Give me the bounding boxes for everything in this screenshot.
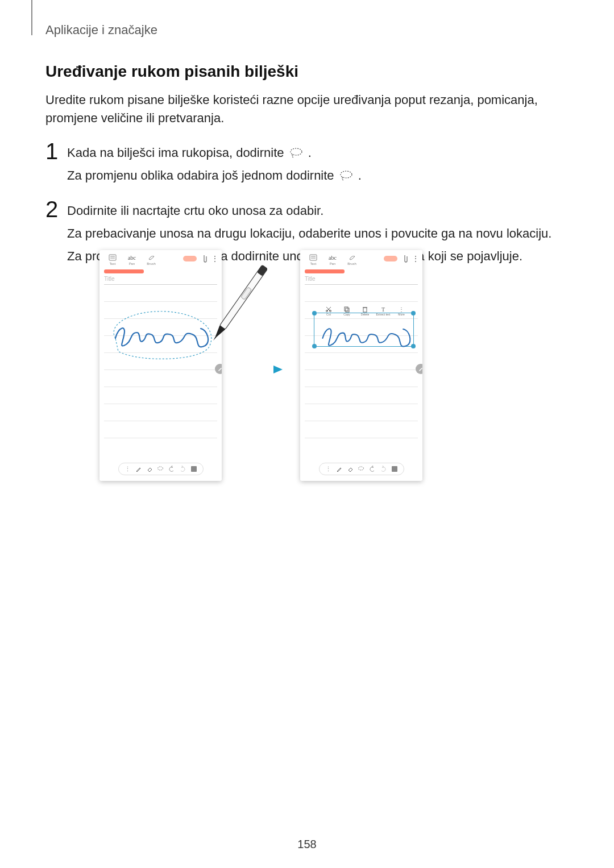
svg-rect-7 bbox=[310, 255, 317, 260]
edit-fab bbox=[416, 364, 422, 374]
step-2-line-1: Dodirnite ili nacrtajte crtu oko unosa z… bbox=[67, 201, 571, 221]
pen-tool-icon bbox=[135, 465, 143, 473]
resize-handle bbox=[312, 344, 317, 348]
step-number-2: 2 bbox=[45, 198, 64, 221]
screenshot-after: Text abc Pen Brush ⋮ Title bbox=[300, 250, 422, 481]
toolbar-handle-icon: ⋮ bbox=[123, 465, 131, 473]
svg-point-0 bbox=[291, 148, 302, 155]
svg-point-1 bbox=[341, 171, 352, 178]
page-nav-icon bbox=[391, 465, 399, 473]
resize-handle bbox=[411, 311, 416, 315]
tab-pen: abc Pen bbox=[122, 254, 142, 265]
bottom-toolbar: ⋮ bbox=[319, 463, 404, 475]
tab-brush: Brush bbox=[142, 254, 161, 265]
page-number: 158 bbox=[297, 838, 316, 851]
lasso-select-icon bbox=[339, 169, 354, 181]
step-2-line-2: Za prebacivanje unosa na drugu lokaciju,… bbox=[67, 224, 571, 243]
handwriting-sample bbox=[110, 318, 212, 352]
redo-icon bbox=[379, 465, 387, 473]
category-bar bbox=[305, 269, 345, 273]
more-icon: ⋮ bbox=[211, 257, 218, 260]
eraser-icon bbox=[146, 465, 154, 473]
step-1-line-1a: Kada na bilješci ima rukopisa, dodirnite bbox=[67, 146, 288, 160]
svg-point-5 bbox=[158, 467, 163, 470]
section-title: Uređivanje rukom pisanih bilješki bbox=[45, 63, 571, 81]
crop-mark bbox=[31, 0, 32, 35]
svg-rect-18 bbox=[257, 265, 267, 276]
step-1-line-2b: . bbox=[358, 168, 362, 182]
resize-handle bbox=[312, 311, 317, 315]
lasso-select-icon bbox=[289, 147, 304, 158]
svg-rect-12 bbox=[345, 307, 348, 311]
tab-text: Text bbox=[304, 254, 323, 265]
step-1-line-1b: . bbox=[308, 146, 312, 160]
lasso-tool-icon bbox=[156, 465, 164, 473]
bottom-toolbar: ⋮ bbox=[118, 463, 204, 475]
redo-icon bbox=[179, 465, 186, 473]
tab-text: Text bbox=[103, 254, 122, 265]
edit-fab bbox=[215, 364, 222, 374]
svg-rect-19 bbox=[241, 287, 252, 300]
illustration: Text abc Pen Brush ⋮ Title bbox=[99, 250, 520, 489]
intro-paragraph: Uredite rukom pisane bilješke koristeći … bbox=[45, 91, 571, 127]
step-1-line-2a: Za promjenu oblika odabira još jednom do… bbox=[67, 168, 338, 182]
title-placeholder: Title bbox=[104, 276, 217, 282]
toolbar-handle-icon: ⋮ bbox=[324, 465, 332, 473]
step-number-1: 1 bbox=[45, 140, 64, 163]
page-nav-icon bbox=[190, 465, 198, 473]
svg-rect-2 bbox=[109, 255, 116, 260]
pen-tool-icon bbox=[335, 465, 343, 473]
screenshot-before: Text abc Pen Brush ⋮ Title bbox=[99, 250, 222, 481]
step-1: 1 Kada na bilješci ima rukopisa, dodirni… bbox=[45, 143, 571, 189]
breadcrumb: Aplikacije i značajke bbox=[45, 23, 157, 38]
arrow-right-icon bbox=[244, 364, 284, 375]
more-icon: ⋮ bbox=[412, 257, 419, 260]
handwriting-sample bbox=[317, 319, 414, 352]
tab-brush: Brush bbox=[342, 254, 362, 265]
title-placeholder: Title bbox=[305, 276, 418, 282]
svg-rect-17 bbox=[219, 265, 267, 329]
svg-rect-14 bbox=[363, 308, 367, 312]
svg-rect-13 bbox=[346, 308, 349, 312]
category-bar bbox=[104, 269, 144, 273]
svg-point-16 bbox=[359, 467, 364, 470]
attach-icon bbox=[402, 255, 408, 263]
undo-icon bbox=[168, 465, 176, 473]
save-button bbox=[183, 256, 197, 261]
attach-icon bbox=[201, 255, 207, 263]
lasso-tool-icon bbox=[357, 465, 365, 473]
save-button bbox=[384, 256, 397, 261]
undo-icon bbox=[368, 465, 376, 473]
eraser-icon bbox=[346, 465, 354, 473]
tab-pen: abc Pen bbox=[323, 254, 342, 265]
